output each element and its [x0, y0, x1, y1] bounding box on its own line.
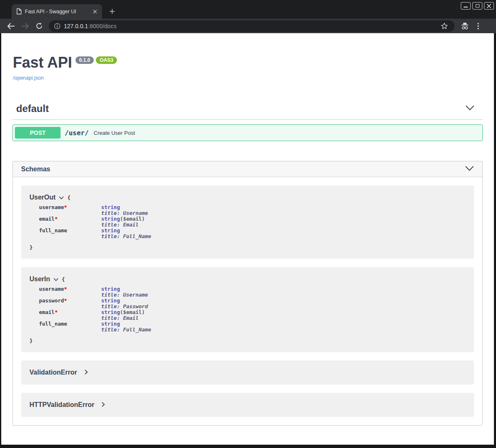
- property-row: username* string title: Username: [39, 286, 466, 298]
- browser-window: Fast API - Swagger UI: [0, 0, 496, 448]
- page-info-icon[interactable]: [54, 23, 61, 29]
- model-validationerror[interactable]: ValidationError: [21, 360, 474, 385]
- chevron-down-icon: [465, 166, 474, 173]
- document-icon: [17, 8, 22, 15]
- chevron-down-icon: [465, 105, 474, 112]
- forward-icon[interactable]: [18, 20, 32, 32]
- bookmark-star-icon[interactable]: [438, 20, 450, 32]
- method-badge: POST: [15, 127, 61, 139]
- chevron-right-icon: [85, 369, 88, 376]
- version-badge: 0.1.0: [75, 56, 94, 64]
- model-userin: UserIn { username* string tit: [21, 267, 474, 352]
- property-row: email* string($email) title: Email: [39, 216, 466, 228]
- model-name: HTTPValidationError: [29, 401, 94, 409]
- schemas-section: Schemas UserOut {: [12, 161, 483, 426]
- schemas-header[interactable]: Schemas: [13, 161, 482, 177]
- model-userout: UserOut { username* string ti: [21, 185, 474, 259]
- model-name: ValidationError: [29, 369, 77, 376]
- property-row: email* string($email) title: Email: [39, 309, 466, 321]
- operation-path: /user/: [65, 129, 89, 137]
- model-name: UserOut: [29, 194, 56, 201]
- openapi-spec-link[interactable]: /openapi.json: [13, 75, 494, 81]
- tag-section-default[interactable]: default: [12, 103, 483, 120]
- chevron-right-icon: [102, 401, 105, 409]
- open-brace: {: [62, 276, 65, 282]
- tab-close-icon[interactable]: [91, 8, 99, 15]
- model-toggle[interactable]: UserIn {: [29, 275, 466, 283]
- property-row: password* string title: Password: [39, 298, 466, 309]
- oas3-badge: OAS3: [96, 56, 117, 64]
- model-name: UserIn: [29, 275, 50, 283]
- page-title: Fast API: [13, 54, 72, 71]
- required-star: *: [55, 309, 58, 315]
- menu-kebab-icon[interactable]: [472, 20, 484, 32]
- reload-icon[interactable]: [32, 20, 46, 32]
- required-star: *: [64, 204, 67, 210]
- chevron-down-icon: [59, 194, 64, 201]
- page-content: Fast API0.1.0OAS3 /openapi.json default …: [0, 33, 496, 448]
- minimize-icon[interactable]: [461, 2, 471, 10]
- opblock-post-user[interactable]: POST /user/ Create User Post: [12, 124, 483, 141]
- back-icon[interactable]: [4, 20, 17, 32]
- close-brace: }: [29, 245, 466, 251]
- required-star: *: [64, 286, 67, 292]
- url-text[interactable]: 127.0.0.1:8000/docs: [64, 23, 117, 29]
- required-star: *: [55, 216, 58, 222]
- open-brace: {: [67, 195, 71, 201]
- property-row: full_name string title: Full_Name: [39, 321, 466, 333]
- property-row: username* string title: Username: [39, 205, 466, 216]
- maximize-icon[interactable]: [472, 2, 482, 10]
- browser-titlebar: Fast API - Swagger UI: [0, 0, 496, 19]
- close-brace: }: [29, 338, 466, 344]
- address-bar[interactable]: 127.0.0.1:8000/docs: [49, 20, 455, 32]
- required-star: *: [64, 297, 67, 304]
- browser-toolbar: 127.0.0.1:8000/docs: [0, 19, 496, 33]
- operation-summary: Create User Post: [94, 130, 135, 136]
- model-toggle[interactable]: UserOut {: [29, 194, 466, 201]
- tag-name: default: [16, 103, 49, 114]
- tab-title: Fast API - Swagger UI: [25, 9, 88, 15]
- new-tab-icon[interactable]: [107, 6, 117, 16]
- close-icon[interactable]: [484, 2, 494, 10]
- incognito-icon: [459, 20, 471, 32]
- api-info: Fast API0.1.0OAS3 /openapi.json: [13, 54, 494, 81]
- property-row: full_name string title: Full_Name: [39, 228, 466, 239]
- schemas-title: Schemas: [21, 166, 50, 173]
- model-httpvalidationerror[interactable]: HTTPValidationError: [21, 393, 474, 417]
- browser-tab[interactable]: Fast API - Swagger UI: [12, 4, 102, 19]
- chevron-down-icon: [53, 275, 58, 283]
